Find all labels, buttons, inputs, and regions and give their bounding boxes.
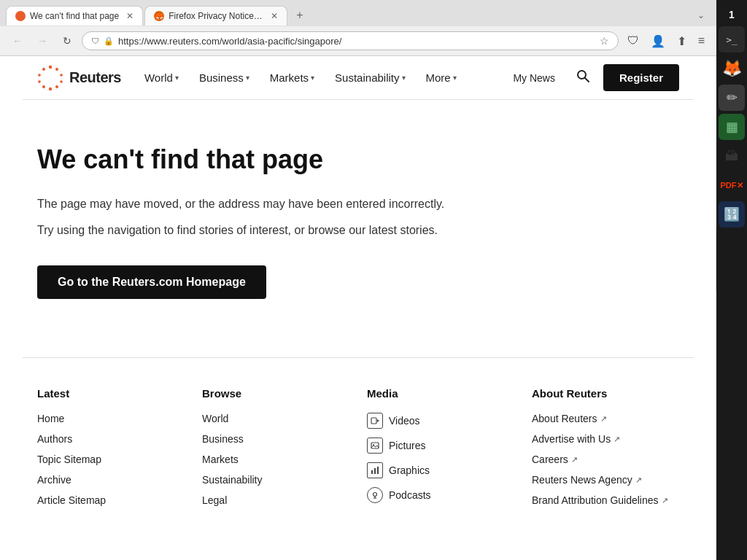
svg-rect-18: [374, 468, 376, 474]
nav-more-chevron: ▾: [453, 74, 457, 82]
firefox-app-icon[interactable]: 🦊: [719, 55, 745, 82]
register-button[interactable]: Register: [603, 64, 679, 91]
footer-browse-heading: Browse: [202, 387, 349, 400]
footer-article-sitemap-link[interactable]: Article Sitemap: [37, 494, 185, 506]
svg-point-7: [42, 85, 45, 88]
go-to-homepage-button[interactable]: Go to the Reuters.com Homepage: [37, 265, 266, 299]
footer-latest-links: Home Authors Topic Sitemap Archive Artic…: [37, 413, 185, 506]
firefox-privacy-tab[interactable]: 🦊 Firefox Privacy Notice — ✕: [144, 6, 287, 26]
svg-point-10: [42, 68, 45, 71]
list-item: World: [202, 413, 349, 424]
firefox-tab-title: Firefox Privacy Notice —: [169, 11, 263, 21]
footer-authors-link[interactable]: Authors: [37, 433, 185, 445]
terminal-app-icon[interactable]: >_: [719, 26, 745, 52]
footer-home-link[interactable]: Home: [37, 413, 185, 424]
footer-browse-business-link[interactable]: Business: [202, 433, 349, 445]
footer-videos-link[interactable]: Videos: [367, 413, 514, 429]
spreadsheet-app-icon[interactable]: ▦: [719, 114, 745, 140]
address-bar[interactable]: 🛡 🔒 ☆: [82, 31, 619, 50]
footer-col-media: Media Videos: [367, 387, 514, 515]
nav-more-label: More: [426, 71, 451, 84]
footer-media-heading: Media: [367, 387, 514, 400]
list-item: Home: [37, 413, 185, 424]
menu-icon[interactable]: ≡: [694, 32, 709, 50]
list-item: Business: [202, 433, 349, 445]
tab-favicon-firefox: 🦊: [154, 11, 164, 21]
footer-col-browse: Browse World Business Markets Sustainabi…: [202, 387, 349, 515]
footer-advertise-link[interactable]: Advertise with Us ↗: [532, 433, 679, 445]
footer-browse-markets-link[interactable]: Markets: [202, 454, 349, 465]
list-item: Brand Attribution Guidelines ↗: [532, 494, 679, 506]
nav-sustainability-chevron: ▾: [402, 74, 406, 82]
footer-browse-world-link[interactable]: World: [202, 413, 349, 424]
nav-business-label: Business: [199, 71, 244, 84]
security-shield-icon: 🛡: [91, 36, 99, 45]
svg-point-4: [60, 80, 63, 83]
pdf-app-icon[interactable]: PDF✕: [719, 172, 745, 198]
app-sidebar: 1 >_ 🦊 ✏ ▦ 🏔 PDF✕ 🔢: [716, 0, 747, 537]
search-button[interactable]: [571, 64, 595, 91]
active-tab-close[interactable]: ✕: [126, 11, 133, 21]
tab-number: 1: [726, 6, 738, 23]
list-item: Sustainability: [202, 474, 349, 486]
bookmark-star-icon[interactable]: ☆: [600, 35, 609, 47]
list-item: Videos: [367, 413, 514, 429]
external-link-icon: ↗: [614, 435, 620, 444]
footer-podcasts-link[interactable]: Podcasts: [367, 487, 514, 503]
footer-browse-legal-link[interactable]: Legal: [202, 494, 349, 506]
site-nav: World ▾ Business ▾ Markets ▾ Sustainabil…: [136, 66, 506, 90]
footer-col-latest: Latest Home Authors Topic Sitemap Archiv…: [37, 387, 185, 515]
footer-careers-link[interactable]: Careers ↗: [532, 454, 679, 465]
upload-icon[interactable]: ⬆: [673, 32, 691, 50]
svg-marker-14: [377, 419, 379, 422]
error-title: We can't find that page: [37, 144, 679, 175]
svg-point-8: [38, 80, 41, 83]
active-tab[interactable]: We can't find that page ✕: [6, 6, 143, 26]
nav-sustainability[interactable]: Sustainability ▾: [326, 66, 414, 90]
graphics-icon: [367, 462, 383, 478]
svg-rect-17: [371, 470, 373, 474]
reuters-logo[interactable]: Reuters: [37, 65, 121, 91]
refresh-button[interactable]: ↻: [57, 31, 77, 51]
back-button[interactable]: ←: [7, 31, 28, 51]
footer-about-reuters-link[interactable]: About Reuters ↗: [532, 413, 679, 424]
video-icon: [367, 413, 383, 429]
site-footer: Latest Home Authors Topic Sitemap Archiv…: [23, 357, 694, 537]
nav-sustainability-label: Sustainability: [335, 71, 399, 84]
error-subtitle-2: Try using the navigation to find stories…: [37, 222, 679, 239]
calculator-app-icon[interactable]: 🔢: [719, 201, 745, 228]
footer-archive-link[interactable]: Archive: [37, 474, 185, 486]
nav-business[interactable]: Business ▾: [190, 66, 258, 90]
forward-button[interactable]: →: [32, 31, 53, 51]
nav-world[interactable]: World ▾: [136, 66, 187, 90]
svg-point-9: [38, 74, 41, 77]
photo-app-icon[interactable]: 🏔: [719, 143, 745, 169]
footer-graphics-link[interactable]: Graphics: [367, 462, 514, 478]
list-item: Pictures: [367, 438, 514, 454]
footer-news-agency-link[interactable]: Reuters News Agency ↗: [532, 474, 679, 486]
new-tab-button[interactable]: +: [289, 4, 310, 26]
firefox-tab-close[interactable]: ✕: [271, 11, 278, 21]
shield-icon[interactable]: 🛡: [623, 32, 643, 50]
editor-app-icon[interactable]: ✏: [719, 85, 745, 111]
nav-more[interactable]: More ▾: [417, 66, 465, 90]
footer-col-about: About Reuters About Reuters ↗ Advertise …: [532, 387, 679, 515]
external-link-icon: ↗: [662, 496, 668, 505]
tab-list-chevron[interactable]: ⌄: [692, 7, 711, 23]
nav-business-chevron: ▾: [246, 74, 249, 82]
footer-latest-heading: Latest: [37, 387, 185, 400]
footer-about-links: About Reuters ↗ Advertise with Us ↗: [532, 413, 679, 506]
url-input[interactable]: [118, 36, 595, 47]
account-icon[interactable]: 👤: [646, 32, 670, 50]
search-icon: [576, 69, 590, 83]
footer-brand-guidelines-link[interactable]: Brand Attribution Guidelines ↗: [532, 494, 679, 506]
footer-browse-sustainability-link[interactable]: Sustainability: [202, 474, 349, 486]
my-news-button[interactable]: My News: [506, 68, 562, 88]
nav-markets[interactable]: Markets ▾: [261, 66, 323, 90]
nav-right: My News Register: [506, 64, 679, 91]
footer-pictures-link[interactable]: Pictures: [367, 438, 514, 454]
list-item: Legal: [202, 494, 349, 506]
footer-media-links: Videos Pictures: [367, 413, 514, 503]
reuters-logo-text: Reuters: [69, 69, 121, 86]
footer-topic-sitemap-link[interactable]: Topic Sitemap: [37, 454, 185, 465]
